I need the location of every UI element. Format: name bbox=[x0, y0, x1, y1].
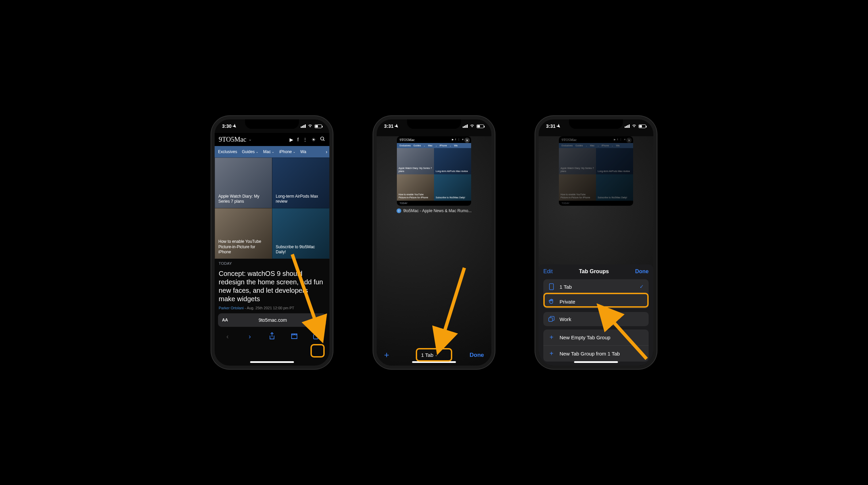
tab-group-1tab[interactable]: 1 Tab ✓ bbox=[543, 279, 649, 294]
svg-point-0 bbox=[321, 137, 324, 140]
done-button[interactable]: Done bbox=[635, 268, 649, 275]
back-button[interactable]: ‹ bbox=[222, 331, 233, 342]
location-icon: ➤ bbox=[555, 123, 562, 130]
facebook-icon[interactable]: f bbox=[297, 137, 299, 142]
wifi-icon bbox=[307, 123, 313, 129]
tab-groups-sheet: Edit Tab Groups Done 1 Tab ✓ bbox=[539, 264, 653, 369]
author-link[interactable]: Parker Ortolani bbox=[219, 306, 244, 310]
reload-icon[interactable]: ↻ bbox=[318, 317, 322, 323]
chevron-down-icon: ⌄ bbox=[248, 137, 252, 142]
section-label: TODAY bbox=[215, 259, 329, 268]
text-size-button[interactable]: AA bbox=[222, 318, 228, 322]
nav-exclusives[interactable]: Exclusives bbox=[218, 149, 237, 154]
cellular-icon bbox=[625, 124, 630, 128]
phone-1: 3:30 ➤ 9TO5Mac ⌄ ▶ f ⋮ ☀ Exclusives Guid… bbox=[211, 116, 333, 369]
forward-button[interactable]: › bbox=[244, 331, 255, 342]
wifi-icon bbox=[631, 123, 637, 129]
favicon-icon: 9 bbox=[397, 208, 401, 213]
article-headline[interactable]: Concept: watchOS 9 should redesign the h… bbox=[215, 268, 329, 306]
new-empty-tab-group[interactable]: + New Empty Tab Group bbox=[543, 330, 649, 345]
edit-button[interactable]: Edit bbox=[543, 268, 553, 275]
status-time: 3:31 bbox=[384, 123, 394, 129]
battery-icon bbox=[477, 124, 484, 128]
notch bbox=[245, 119, 299, 129]
battery-icon bbox=[639, 124, 646, 128]
home-indicator[interactable] bbox=[574, 361, 618, 363]
tab-group-selector[interactable]: 1 Tab ⌄ bbox=[421, 352, 438, 358]
cellular-icon bbox=[463, 124, 468, 128]
publish-date: - Aug. 25th 2021 12:00 pm PT bbox=[245, 306, 294, 310]
location-icon: ➤ bbox=[232, 123, 238, 130]
home-indicator[interactable] bbox=[250, 361, 294, 363]
sheet-title: Tab Groups bbox=[579, 268, 609, 275]
new-tab-group-from-tab[interactable]: + New Tab Group from 1 Tab bbox=[543, 345, 649, 362]
site-logo-text: 9TO5Mac bbox=[219, 136, 246, 143]
article-tile[interactable]: Subscribe to 9to5Mac Daily! bbox=[272, 208, 329, 259]
close-tab-button[interactable]: ✕ bbox=[464, 138, 470, 143]
plus-icon: + bbox=[548, 334, 555, 341]
tab-thumbnail[interactable]: ✕ 9TO5Mac ▶f⋮☀🔍 Exclusives Guides⌄ Mac⌄ … bbox=[397, 136, 471, 206]
article-tile[interactable]: Long-term AirPods Max review bbox=[272, 158, 329, 208]
annotation-arrow bbox=[427, 261, 478, 359]
article-byline: Parker Ortolani - Aug. 25th 2021 12:00 p… bbox=[215, 306, 329, 313]
plus-icon: + bbox=[548, 350, 555, 358]
home-indicator[interactable] bbox=[412, 361, 456, 363]
article-tile[interactable]: How to enable YouTube Picture-in-Picture… bbox=[215, 208, 272, 259]
svg-line-6 bbox=[439, 268, 464, 349]
url-domain: 9to5mac.com bbox=[259, 317, 287, 323]
nav-mac[interactable]: Mac ⌄ bbox=[263, 149, 275, 154]
svg-rect-7 bbox=[549, 284, 553, 290]
article-grid: Apple Watch Diary: My Series 7 plans Lon… bbox=[215, 158, 329, 259]
location-icon: ➤ bbox=[394, 123, 400, 130]
notch bbox=[569, 119, 623, 129]
tabs-bottom-bar: + 1 Tab ⌄ Done bbox=[377, 345, 491, 369]
checkmark-icon: ✓ bbox=[640, 284, 644, 290]
bookmarks-button[interactable] bbox=[289, 331, 300, 342]
search-icon[interactable] bbox=[320, 136, 325, 143]
close-tab-button: ✕ bbox=[626, 138, 632, 143]
status-time: 3:31 bbox=[546, 123, 555, 129]
tabs-button[interactable] bbox=[311, 331, 322, 342]
safari-toolbar: ‹ › bbox=[215, 327, 329, 348]
phone-3: 3:31 ➤ ✕ 9TO5Mac ▶f⋮☀🔍 Exclusives Guides… bbox=[535, 116, 657, 369]
more-icon[interactable]: ⋮ bbox=[303, 137, 307, 142]
tab-title: 9 9to5Mac - Apple News & Mac Rumo... bbox=[377, 206, 491, 216]
tab-thumbnail: ✕ 9TO5Mac ▶f⋮☀🔍 Exclusives Guides⌄ Mac⌄ … bbox=[559, 136, 633, 206]
safari-url-bar[interactable]: AA 9to5mac.com ↻ bbox=[218, 313, 326, 327]
site-logo[interactable]: 9TO5Mac ⌄ bbox=[219, 136, 252, 143]
tab-group-work[interactable]: Work bbox=[543, 312, 649, 326]
svg-line-1 bbox=[323, 140, 324, 141]
site-header: 9TO5Mac ⌄ ▶ f ⋮ ☀ bbox=[215, 133, 329, 146]
nav-iphone[interactable]: iPhone ⌄ bbox=[279, 149, 295, 154]
article-tile[interactable]: Apple Watch Diary: My Series 7 plans bbox=[215, 158, 272, 208]
nav-scroll-right-icon[interactable]: › bbox=[326, 149, 327, 154]
done-button[interactable]: Done bbox=[470, 352, 484, 359]
svg-rect-2 bbox=[314, 335, 318, 339]
site-logo: 9TO5Mac bbox=[400, 138, 415, 142]
device-icon bbox=[548, 283, 555, 290]
new-tab-button[interactable]: + bbox=[384, 350, 389, 360]
wifi-icon bbox=[469, 123, 475, 129]
battery-icon bbox=[315, 124, 322, 128]
site-nav: Exclusives Guides ⌄ Mac ⌄ iPhone ⌄ Wa › bbox=[215, 146, 329, 158]
notch bbox=[407, 119, 461, 129]
nav-more[interactable]: Wa bbox=[300, 149, 306, 154]
tabs-icon bbox=[548, 316, 555, 322]
youtube-icon[interactable]: ▶ bbox=[290, 137, 293, 142]
theme-icon[interactable]: ☀ bbox=[311, 137, 316, 142]
nav-guides[interactable]: Guides ⌄ bbox=[242, 149, 259, 154]
status-time: 3:30 bbox=[222, 123, 232, 129]
cellular-icon bbox=[301, 124, 306, 128]
tab-group-private[interactable]: Private bbox=[543, 294, 649, 309]
hand-icon bbox=[548, 298, 555, 305]
svg-rect-8 bbox=[549, 318, 552, 321]
chevron-down-icon: ⌄ bbox=[435, 353, 438, 357]
share-button[interactable] bbox=[267, 331, 277, 342]
phone-2: 3:31 ➤ ✕ 9TO5Mac ▶f⋮☀🔍 Exclusives Guides… bbox=[373, 116, 495, 369]
